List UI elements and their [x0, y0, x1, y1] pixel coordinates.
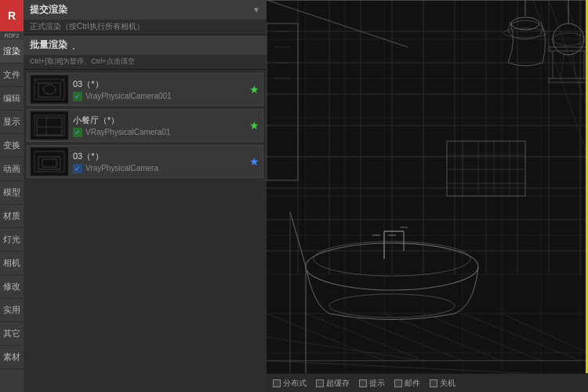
batch-render-title: 批量渲染 [30, 38, 67, 52]
camera-name: 03（*） [73, 151, 246, 162]
sidebar-item-相机[interactable]: 相机 [0, 252, 24, 275]
render-panel: 提交渲染 ▼ 正式渲染（按Ctrl执行所有相机） 批量渲染 . Ctrl+[取消… [24, 0, 267, 392]
sidebar-item-渲染[interactable]: 渲染 [0, 40, 24, 64]
sidebar-item-修改[interactable]: 修改 [0, 275, 24, 299]
viewport[interactable]: 分布式超缓存提示邮件关机 [267, 0, 588, 392]
checkbox-box [273, 379, 281, 387]
camera-name: 小餐厅（*） [73, 114, 246, 126]
app-logo[interactable]: R [0, 0, 24, 31]
submit-render-sub: 正式渲染（按Ctrl执行所有相机） [24, 20, 267, 34]
bottom-toolbar: 分布式超缓存提示邮件关机 [267, 373, 588, 392]
camera-list: 03（*） ✓ VrayPhysicalCamera001 ★ [24, 70, 267, 184]
camera-thumb [31, 75, 68, 103]
camera-star: ★ [249, 155, 260, 168]
sidebar-item-动画[interactable]: 动画 [0, 158, 24, 181]
checkbox-分布式[interactable]: 分布式 [273, 378, 307, 389]
checkbox-box [359, 379, 367, 387]
camera-info: 小餐厅（*） ✓ VRayPhysicalCamera01 [73, 114, 246, 137]
checkbox-关机[interactable]: 关机 [430, 378, 456, 389]
camera-item[interactable]: 03（*） ✓ VrayPhysicalCamera ★ [27, 145, 263, 178]
svg-rect-23 [31, 147, 68, 176]
sidebar-item-实用[interactable]: 实用 [0, 299, 24, 322]
sidebar-nav: R RDF2 渲染文件编辑显示变换动画模型材质灯光相机修改实用其它素材 [0, 0, 24, 392]
camera-item[interactable]: 小餐厅（*） ✓ VRayPhysicalCamera01 ★ [27, 109, 263, 142]
submit-arrow: ▼ [252, 5, 260, 14]
checkbox-label: 邮件 [405, 378, 420, 389]
submit-render-title: 提交渲染 [30, 3, 67, 16]
checkbox-超缓存[interactable]: 超缓存 [316, 378, 350, 389]
svg-rect-0 [31, 75, 68, 103]
sidebar-item-材质[interactable]: 材质 [0, 205, 24, 228]
sidebar-item-变换[interactable]: 变换 [0, 134, 24, 158]
batch-dot: . [72, 39, 75, 52]
checkbox-label: 超缓存 [326, 378, 350, 389]
batch-hint: Ctrl+[取消]为暂停、Ctrl+点击清空 [24, 55, 267, 69]
checkbox-label: 关机 [440, 378, 456, 389]
camera-info: 03（*） ✓ VrayPhysicalCamera001 [73, 78, 246, 101]
submit-render-header[interactable]: 提交渲染 ▼ [24, 0, 267, 20]
camera-checkbox[interactable]: ✓ [73, 128, 82, 137]
sidebar-item-模型[interactable]: 模型 [0, 181, 24, 205]
sidebar-item-其它[interactable]: 其它 [0, 322, 24, 346]
camera-name: 03（*） [73, 78, 246, 90]
sidebar-item-灯光[interactable]: 灯光 [0, 228, 24, 252]
check-mark: ✓ [74, 129, 81, 136]
camera-type: VrayPhysicalCamera [85, 164, 158, 172]
camera-item[interactable]: 03（*） ✓ VrayPhysicalCamera001 ★ [27, 73, 263, 106]
checkbox-box [316, 379, 324, 387]
camera-info: 03（*） ✓ VrayPhysicalCamera [73, 151, 246, 173]
camera-type: VrayPhysicalCamera001 [85, 92, 172, 100]
camera-checkbox[interactable]: ✓ [73, 164, 82, 173]
checkbox-label: 提示 [369, 378, 385, 389]
check-mark: ✓ [74, 165, 81, 172]
sidebar-item-文件[interactable]: 文件 [0, 64, 24, 87]
camera-check-row: ✓ VRayPhysicalCamera01 [73, 128, 246, 137]
checkbox-label: 分布式 [283, 378, 307, 389]
checkbox-box [394, 379, 402, 387]
checkbox-box [430, 379, 437, 387]
sidebar-item-素材[interactable]: 素材 [0, 346, 24, 369]
camera-type: VRayPhysicalCamera01 [85, 128, 170, 136]
submit-render-section: 提交渲染 ▼ 正式渲染（按Ctrl执行所有相机） [24, 0, 267, 35]
camera-thumb [31, 147, 68, 176]
checkbox-提示[interactable]: 提示 [359, 378, 385, 389]
camera-star: ★ [249, 83, 260, 96]
checkbox-邮件[interactable]: 邮件 [394, 378, 420, 389]
camera-checkbox[interactable]: ✓ [73, 92, 82, 101]
svg-rect-12 [31, 111, 68, 140]
camera-check-row: ✓ VrayPhysicalCamera [73, 164, 246, 173]
batch-render-header[interactable]: 批量渲染 . [24, 35, 267, 55]
sidebar-item-编辑[interactable]: 编辑 [0, 87, 24, 111]
camera-star: ★ [249, 119, 260, 132]
batch-render-section: 批量渲染 . Ctrl+[取消]为暂停、Ctrl+点击清空 [24, 35, 267, 70]
camera-check-row: ✓ VrayPhysicalCamera001 [73, 92, 246, 101]
app-version: RDF2 [0, 31, 24, 40]
camera-thumb [31, 111, 68, 140]
sidebar-item-显示[interactable]: 显示 [0, 111, 24, 134]
check-mark: ✓ [74, 93, 81, 100]
